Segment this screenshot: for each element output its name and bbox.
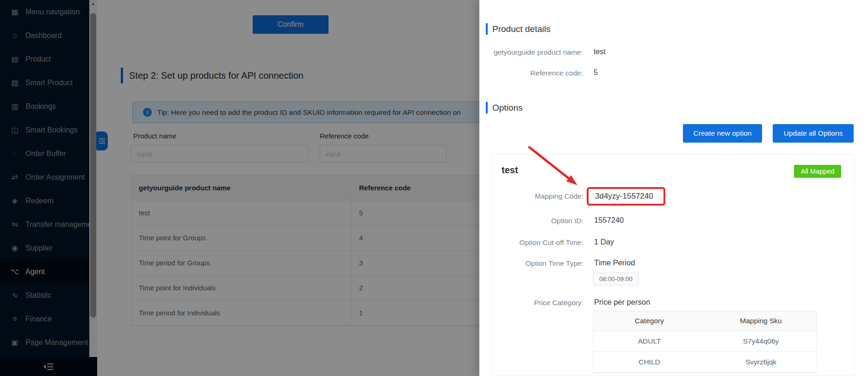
product-details-heading: Product details [486, 23, 551, 35]
option-card: test All Mapped Mapping Code: 3d4yzy-155… [491, 154, 855, 376]
column-header: Mapping Sku [705, 317, 817, 325]
mapping-code-label: Mapping Code: [492, 192, 583, 201]
details-drawer: Product details getyourguide product nam… [479, 0, 868, 376]
reference-code-value: 5 [594, 69, 598, 77]
option-id-value: 1557240 [594, 216, 624, 225]
options-heading: Options [486, 102, 522, 113]
mapping-code-value: 3d4yzy-1557240 [595, 192, 653, 201]
mapping-code-highlight-box: 3d4yzy-1557240 [587, 187, 665, 206]
price-table-row: CHILD Svyrz6jqk [594, 352, 817, 373]
price-category-value: Price per person [594, 298, 650, 307]
all-mapped-badge: All Mapped [794, 165, 841, 178]
price-mapping-table: Category Mapping Sku ADULT S7y44q06y CHI… [593, 311, 817, 373]
option-id-label: Option ID: [492, 217, 583, 225]
column-header: Category [594, 317, 705, 325]
product-name-value: test [594, 48, 606, 56]
update-all-options-button[interactable]: Update all Options [773, 124, 854, 143]
time-slot-chip: 08:00-09:00 [593, 273, 639, 285]
app-window: ▦ Menu navigation ⌂ Dashboard ▤ Product … [0, 0, 868, 376]
reference-code-label: Reference code: [479, 69, 583, 77]
drawer-mask-overlay[interactable] [0, 0, 479, 376]
section-title: Options [492, 103, 522, 113]
heading-accent-bar [486, 23, 488, 35]
price-table-row: ADULT S7y44q06y [594, 331, 817, 352]
cutoff-time-label: Option Cut-off Time: [492, 238, 583, 247]
heading-accent-bar [486, 102, 488, 113]
option-name: test [502, 165, 518, 175]
product-name-label: getyourguide product name: [479, 48, 583, 56]
price-table-header-row: Category Mapping Sku [594, 311, 817, 331]
price-category-label: Price Category: [492, 299, 583, 307]
section-title: Product details [492, 24, 551, 34]
cell-mapping-sku: S7y44q06y [705, 337, 817, 345]
cell-mapping-sku: Svyrz6jqk [705, 358, 817, 366]
time-type-value: Time Period [594, 258, 635, 267]
cell-category: ADULT [594, 337, 705, 345]
cutoff-time-value: 1 Day [594, 238, 614, 246]
create-new-option-button[interactable]: Create new option [683, 124, 762, 143]
cell-category: CHILD [594, 358, 705, 366]
time-type-label: Option Time Type: [492, 259, 583, 268]
